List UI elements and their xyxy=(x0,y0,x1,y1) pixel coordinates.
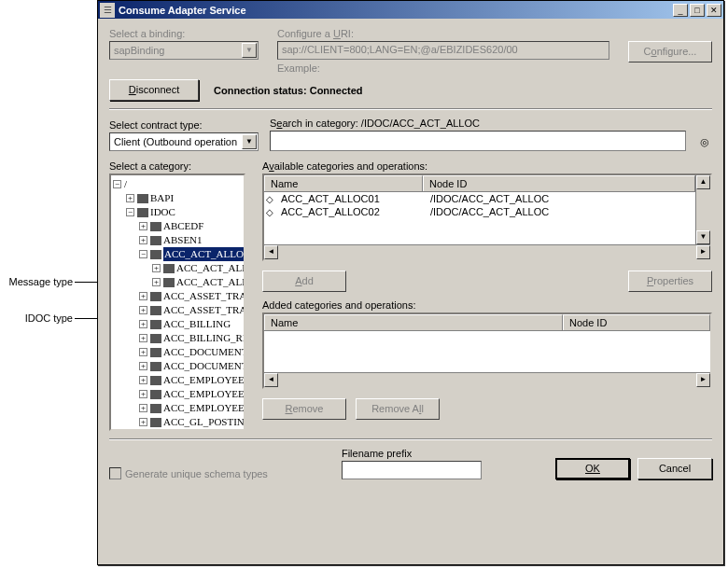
available-list[interactable]: Name Node ID ◇ ACC_ACT_ALLOC01 /IDOC/ACC… xyxy=(262,173,712,261)
remove-button: Remove xyxy=(262,398,346,420)
select-contract-label: Select contract type: xyxy=(109,119,259,131)
list-cell: ACC_ACT_ALLOC01 xyxy=(277,193,427,204)
generate-unique-label: Generate unique schema types xyxy=(125,468,268,479)
select-binding-label: Select a binding: xyxy=(109,28,259,39)
tree-node[interactable]: +ACC_BILLING_REVERSE xyxy=(113,331,242,345)
configure-button: Configure... xyxy=(628,41,712,62)
titlebar: ☰ Consume Adapter Service _ □ ✕ xyxy=(98,1,723,19)
chevron-down-icon: ▼ xyxy=(242,43,257,58)
example-label: Example: xyxy=(277,62,609,74)
operation-icon: ◇ xyxy=(266,207,277,217)
list-header: Name Node ID xyxy=(264,175,695,192)
tree-node[interactable]: +ACC_ACT_ALLOC02 xyxy=(113,275,242,289)
app-icon: ☰ xyxy=(100,3,115,18)
tree-node[interactable]: +ACC_DOCUMENT_REVER xyxy=(113,359,242,373)
tree-root[interactable]: −/ xyxy=(113,177,242,191)
connection-status: Connection status: Connected xyxy=(214,85,363,96)
remove-all-button: Remove All xyxy=(356,398,440,420)
disconnect-button[interactable]: Disconnect xyxy=(109,79,199,101)
tree-node[interactable]: +ACC_EMPLOYEE_EXP xyxy=(113,373,242,387)
filename-prefix-input[interactable] xyxy=(342,461,482,479)
annotation-idoc-type: IDOC type xyxy=(0,312,73,324)
tree-node[interactable]: +ABCEDF xyxy=(113,219,242,233)
chevron-down-icon[interactable]: ▼ xyxy=(242,134,257,149)
generate-unique-checkbox xyxy=(109,467,121,479)
tree-node[interactable]: +ACC_GL_POSTING xyxy=(113,415,242,429)
scroll-down-icon[interactable]: ▼ xyxy=(696,230,710,244)
separator xyxy=(109,108,712,110)
filename-prefix-label: Filename prefix xyxy=(342,448,482,459)
scroll-right-icon[interactable]: ► xyxy=(696,245,710,259)
scroll-up-icon[interactable]: ▲ xyxy=(696,175,710,189)
contract-value: Client (Outbound operation xyxy=(114,136,237,147)
col-nodeid[interactable]: Node ID xyxy=(563,314,710,330)
list-header: Name Node ID xyxy=(264,314,710,331)
configure-uri-label: Configure a URI: xyxy=(277,28,609,39)
tree-node[interactable]: +BAPI xyxy=(113,191,242,205)
ok-button[interactable]: OK xyxy=(555,458,630,479)
col-name[interactable]: Name xyxy=(264,314,563,330)
scroll-right-icon[interactable]: ► xyxy=(696,373,710,387)
uri-field: sap://CLIENT=800;LANG=EN;@a/EBIZIDES620/… xyxy=(277,41,609,60)
tree-node[interactable]: −IDOC xyxy=(113,205,242,219)
binding-combo: sapBinding ▼ xyxy=(109,41,259,60)
tree-node[interactable]: +ACC_ACT_ALLOC01 xyxy=(113,261,242,275)
search-in-category-label: Search in category: /IDOC/ACC_ACT_ALLOC xyxy=(270,118,686,129)
operation-icon: ◇ xyxy=(266,194,277,204)
list-row[interactable]: ◇ ACC_ACT_ALLOC02 /IDOC/ACC_ACT_ALLOC xyxy=(264,205,695,218)
minimize-button[interactable]: _ xyxy=(673,4,688,17)
scrollbar-vertical[interactable]: ▲ ▼ xyxy=(695,175,710,244)
tree-node[interactable]: +ACC_ASSET_TRANS_ACQ xyxy=(113,289,242,303)
contract-combo[interactable]: Client (Outbound operation ▼ xyxy=(109,132,259,151)
binding-value: sapBinding xyxy=(114,45,164,56)
tree-node[interactable]: +ACC_ASSET_TRANSFER xyxy=(113,303,242,317)
tree-node[interactable]: +ACC_EMPLOYEE_PAY xyxy=(113,387,242,401)
tree-node[interactable]: +ABSEN1 xyxy=(113,233,242,247)
properties-button: Properties xyxy=(628,271,712,292)
window-title: Consume Adapter Service xyxy=(119,5,673,16)
cancel-button[interactable]: Cancel xyxy=(637,458,712,479)
available-ops-label: Available categories and operations: xyxy=(262,160,712,172)
added-ops-label: Added categories and operations: xyxy=(262,299,712,311)
col-name[interactable]: Name xyxy=(264,175,423,191)
add-button: Add xyxy=(262,271,346,292)
list-cell: ACC_ACT_ALLOC02 xyxy=(277,206,427,217)
list-cell: /IDOC/ACC_ACT_ALLOC xyxy=(427,193,553,204)
close-button[interactable]: ✕ xyxy=(707,4,721,17)
tree-node[interactable]: +ACC_DOCUMENT xyxy=(113,345,242,359)
tree-node-selected[interactable]: −ACC_ACT_ALLOC xyxy=(113,247,242,261)
list-cell: /IDOC/ACC_ACT_ALLOC xyxy=(427,206,553,217)
search-input[interactable] xyxy=(270,131,686,151)
scrollbar-horizontal[interactable]: ◄ ► xyxy=(264,244,710,259)
category-tree[interactable]: −/ +BAPI −IDOC +ABCEDF +ABSEN1 −ACC_ACT_… xyxy=(109,173,245,431)
list-row[interactable]: ◇ ACC_ACT_ALLOC01 /IDOC/ACC_ACT_ALLOC xyxy=(264,192,695,205)
dialog-window: ☰ Consume Adapter Service _ □ ✕ Select a… xyxy=(97,0,724,565)
maximize-button[interactable]: □ xyxy=(690,4,705,17)
tree-node[interactable]: +ACC_BILLING xyxy=(113,317,242,331)
separator xyxy=(109,438,712,440)
search-icon[interactable]: ◎ xyxy=(697,136,712,151)
tree-node[interactable]: +ACC_EMPLOYEE_REC xyxy=(113,401,242,415)
annotation-message-type: Message type xyxy=(0,276,73,287)
col-nodeid[interactable]: Node ID xyxy=(423,175,695,191)
scroll-left-icon[interactable]: ◄ xyxy=(264,245,278,259)
select-category-label: Select a category: xyxy=(109,160,249,172)
added-list[interactable]: Name Node ID ◄ ► xyxy=(262,312,712,389)
scrollbar-horizontal[interactable]: ◄ ► xyxy=(264,372,710,387)
scroll-left-icon[interactable]: ◄ xyxy=(264,373,278,387)
